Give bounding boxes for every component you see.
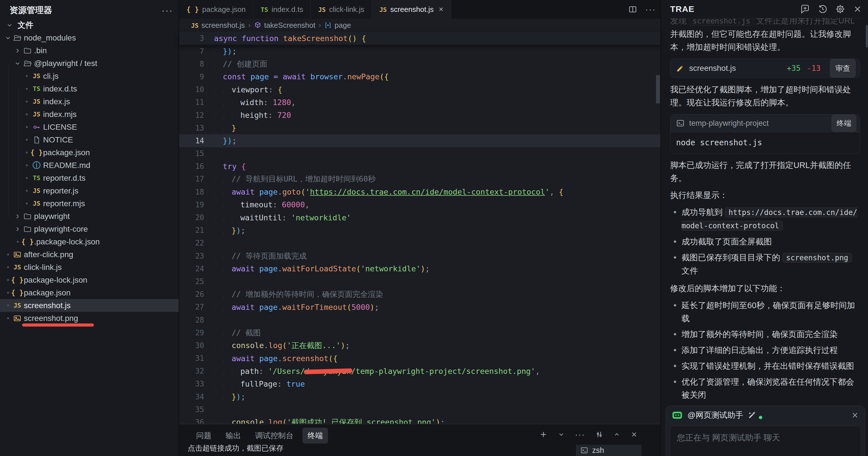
code-line-16[interactable]: 16try {	[179, 160, 660, 173]
new-terminal-icon[interactable]	[539, 430, 548, 439]
code-line-19[interactable]: 19timeout: 60000,	[179, 198, 660, 211]
tab-package.json[interactable]: { } package.json	[179, 0, 253, 19]
code-line-27[interactable]: 27await page.waitForTimeout(5000);	[179, 301, 660, 314]
close-agent-icon[interactable]	[851, 411, 859, 420]
tab-click-link.js[interactable]: JS click-link.js	[311, 0, 372, 19]
tree-item-reporter.mjs[interactable]: JSreporter.mjs	[0, 197, 179, 210]
maximize-panel-icon[interactable]	[614, 431, 620, 438]
tree-item-notice[interactable]: NOTICE	[0, 133, 179, 146]
code-line-14[interactable]: 14});	[179, 134, 660, 147]
chevron-right-icon[interactable]	[14, 226, 22, 232]
code-line-10[interactable]: 10viewport: {	[179, 83, 660, 96]
close-panel-icon[interactable]	[630, 431, 638, 438]
tree-item-reporter.js[interactable]: JSreporter.js	[0, 184, 179, 197]
tab-screenshot.js[interactable]: JS screenshot.js×	[372, 0, 451, 19]
tree-item-index.mjs[interactable]: JSindex.mjs	[0, 108, 179, 121]
diff-card[interactable]: screenshot.js +35 -13 审查	[670, 59, 860, 78]
terminal-more-icon[interactable]: ···	[575, 430, 585, 439]
tab-index.d.ts[interactable]: TS index.d.ts	[253, 0, 311, 19]
settings-gear-icon[interactable]	[835, 4, 845, 14]
list-item: 截图已保存到项目目录下的 screenshot.png 文件	[670, 251, 860, 277]
code-line-25[interactable]: 25	[179, 275, 660, 288]
history-icon[interactable]	[817, 4, 828, 14]
review-button[interactable]: 审查	[830, 59, 856, 77]
open-terminal-button[interactable]: 终端	[831, 115, 857, 132]
tree-item--[interactable]: 文件	[0, 19, 179, 31]
tree-item-reporter.d.ts[interactable]: TSreporter.d.ts	[0, 172, 179, 184]
tree-item-click-link.js[interactable]: JSclick-link.js	[0, 261, 179, 273]
terminal-dropdown-icon[interactable]	[558, 431, 565, 438]
terminal-layout-icon[interactable]	[595, 430, 603, 438]
code-line-13[interactable]: 13}	[179, 122, 660, 134]
code-line-12[interactable]: 12height: 720	[179, 109, 660, 122]
code-line-28[interactable]: 28	[179, 314, 660, 326]
tree-item-.package-lock.json[interactable]: { }.package-lock.json	[0, 235, 179, 248]
tree-item-readme.md[interactable]: ⓘREADME.md	[0, 159, 179, 172]
symbol-function-icon	[254, 22, 261, 29]
new-chat-icon[interactable]	[800, 4, 810, 14]
code-line-11[interactable]: 11width: 1280,	[179, 96, 660, 109]
chevron-right-icon[interactable]	[14, 47, 22, 54]
close-tab-icon[interactable]: ×	[439, 5, 443, 14]
code-line-36[interactable]: 36console.log('截图成功! 已保存到 screenshot.png…	[179, 416, 660, 424]
tree-item-.bin[interactable]: .bin	[0, 44, 179, 57]
chat-scrollbar[interactable]	[866, 25, 868, 47]
tree-item-playwright[interactable]: playwright	[0, 210, 179, 223]
terminal-output[interactable]: 点击超链接成功，截图已保存(TraeAI-3) ~/temp-playwrigh…	[188, 443, 458, 456]
tree-item-package-lock.json[interactable]: { }package-lock.json	[0, 273, 179, 286]
code-line-20[interactable]: 20waitUntil: 'networkidle'	[179, 211, 660, 224]
editor-more-icon[interactable]: ···	[645, 4, 656, 15]
code-line-35[interactable]: 35	[179, 403, 660, 416]
breadcrumb-item-page[interactable]: page	[324, 21, 351, 30]
code-line-21[interactable]: 21});	[179, 224, 660, 237]
breadcrumb-item-screenshot.js[interactable]: JSscreenshot.js	[191, 21, 245, 30]
tree-item-cli.js[interactable]: JScli.js	[0, 70, 179, 83]
code-line-30[interactable]: 30console.log('正在截图...');	[179, 339, 660, 352]
panel-tab-问题[interactable]: 问题	[191, 428, 217, 444]
tree-item-screenshot.js[interactable]: JSscreenshot.js	[0, 299, 179, 312]
code-line-18[interactable]: 18await page.goto('https://docs.trae.com…	[179, 186, 660, 198]
chevron-down-icon[interactable]	[6, 22, 13, 29]
code-line-23[interactable]: 23// 等待页面加载完成	[179, 250, 660, 262]
panel-tab-输出[interactable]: 输出	[221, 428, 246, 444]
code-line-24[interactable]: 24await page.waitForLoadState('networkid…	[179, 262, 660, 275]
shell-item-zsh[interactable]: zsh	[576, 445, 642, 456]
tree-item-license[interactable]: LICENSE	[0, 121, 179, 133]
tree-item-screenshot.png[interactable]: screenshot.png	[0, 312, 179, 325]
explorer-more-icon[interactable]: ···	[162, 5, 173, 16]
terminal-command[interactable]: node screenshot.js	[671, 132, 860, 153]
close-panel-icon[interactable]	[853, 4, 862, 14]
tree-item-index.js[interactable]: JSindex.js	[0, 95, 179, 108]
code-link[interactable]: https://docs.trae.com.cn/ide/model-conte…	[310, 188, 545, 196]
tree-item-after-click.png[interactable]: after-click.png	[0, 248, 179, 261]
chevron-down-icon[interactable]	[14, 60, 22, 67]
editor-scrollbar[interactable]	[656, 75, 660, 103]
code-line-31[interactable]: 31await page.screenshot({	[179, 352, 660, 365]
chevron-right-icon[interactable]	[14, 213, 22, 220]
code-line-29[interactable]: 29// 截图	[179, 326, 660, 339]
code-line-22[interactable]: 22	[179, 237, 660, 250]
code-line-26[interactable]: 26// 增加额外的等待时间，确保页面完全渲染	[179, 288, 660, 301]
tree-item-index.d.ts[interactable]: TSindex.d.ts	[0, 83, 179, 95]
item-label: reporter.d.ts	[43, 174, 85, 183]
breadcrumb-item-takeScreenshot[interactable]: takeScreenshot	[254, 21, 315, 30]
code-line-17[interactable]: 17// 导航到目标URL，增加超时时间到60秒	[179, 173, 660, 186]
code-line-8[interactable]: 8// 创建页面	[179, 58, 660, 70]
tree-item-node-modules[interactable]: node_modules	[0, 31, 179, 44]
split-editor-icon[interactable]	[628, 5, 637, 14]
code-line-15[interactable]: 15	[179, 147, 660, 160]
panel-tab-调试控制台[interactable]: 调试控制台	[250, 428, 299, 444]
tree-item-package.json[interactable]: { }package.json	[0, 286, 179, 299]
code-line-33[interactable]: 33fullPage: true	[179, 378, 660, 390]
code-line-32[interactable]: 32path: '/Users/duanyunyan/temp-playwrig…	[179, 365, 660, 378]
chevron-down-icon[interactable]	[4, 35, 12, 41]
tree-item-playwright-core[interactable]: playwright-core	[0, 223, 179, 235]
tree-item-@playwright-test[interactable]: @playwright / test	[0, 57, 179, 70]
tree-item-package.json[interactable]: { }package.json	[0, 146, 179, 159]
chat-input[interactable]: 您正在与 网页测试助手 聊天	[670, 426, 861, 456]
code-line-7[interactable]: 7});	[179, 45, 660, 58]
code-area[interactable]: 7});8// 创建页面9const page = await browser.…	[179, 45, 660, 424]
panel-tab-终端[interactable]: 终端	[303, 428, 328, 444]
code-line-9[interactable]: 9const page = await browser.newPage({	[179, 70, 660, 83]
code-line-34[interactable]: 34});	[179, 390, 660, 403]
